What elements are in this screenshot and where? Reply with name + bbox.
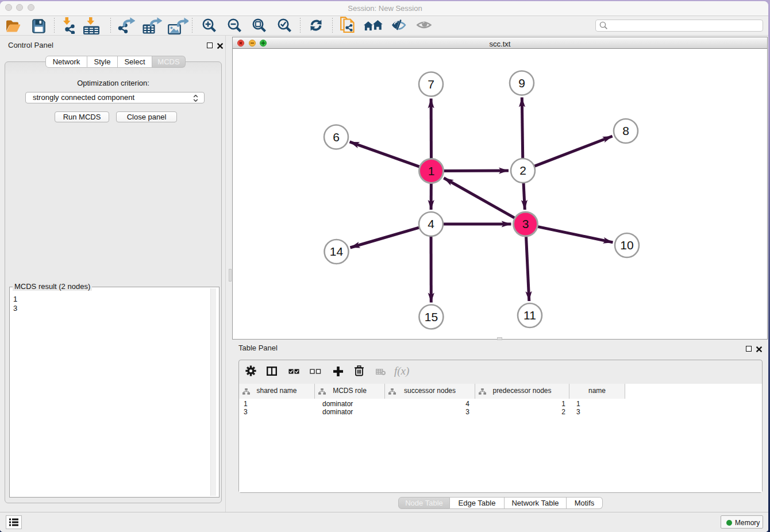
svg-text:7: 7 — [428, 78, 434, 91]
svg-text:14: 14 — [330, 245, 344, 258]
svg-text:8: 8 — [622, 124, 629, 137]
svg-text:1: 1 — [428, 164, 435, 178]
svg-text:10: 10 — [620, 238, 633, 252]
svg-text:11: 11 — [523, 309, 536, 322]
svg-text:3: 3 — [522, 217, 529, 230]
svg-text:6: 6 — [333, 130, 340, 144]
svg-text:4: 4 — [428, 217, 434, 230]
svg-text:2: 2 — [519, 164, 526, 177]
svg-text:15: 15 — [425, 310, 438, 323]
svg-text:9: 9 — [518, 76, 525, 90]
